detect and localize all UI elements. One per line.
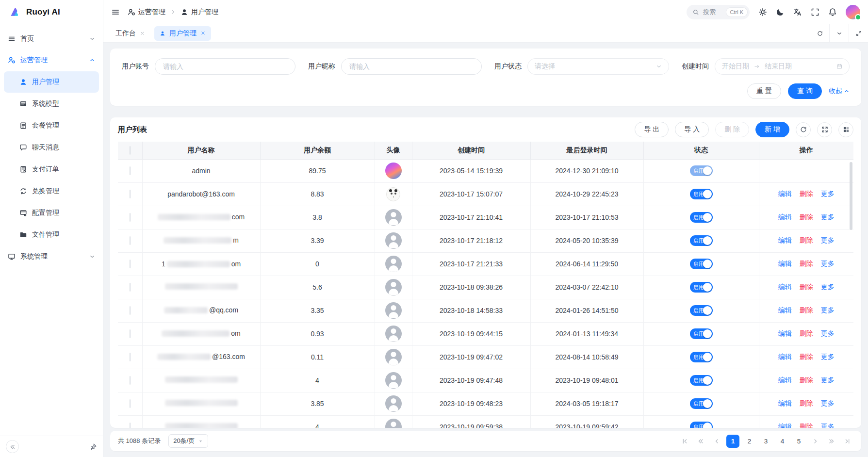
bell-button[interactable]: [828, 8, 837, 16]
edit-link[interactable]: 编辑: [778, 376, 792, 384]
sidebar-item-system-model[interactable]: 系统模型: [4, 93, 99, 114]
status-toggle[interactable]: 启用: [690, 328, 713, 339]
refresh-button[interactable]: [796, 122, 811, 137]
row-checkbox[interactable]: [130, 166, 131, 175]
sidebar-item-file-management[interactable]: 文件管理: [4, 224, 99, 245]
pagination-last-button[interactable]: [841, 435, 853, 447]
collapse-filter-link[interactable]: 收起: [829, 87, 850, 96]
edit-link[interactable]: 编辑: [778, 306, 792, 314]
toolbar-import-button[interactable]: 导 入: [675, 122, 709, 137]
fullscreen-button[interactable]: [811, 8, 819, 16]
row-checkbox[interactable]: [130, 260, 131, 268]
row-checkbox[interactable]: [130, 376, 131, 385]
status-toggle[interactable]: 启用: [690, 305, 713, 316]
row-checkbox[interactable]: [130, 399, 131, 408]
search-button[interactable]: 查 询: [788, 83, 822, 99]
select-all-checkbox[interactable]: [130, 146, 131, 155]
delete-link[interactable]: 删除: [800, 306, 813, 314]
sidebar-group-system-management[interactable]: 系统管理: [0, 246, 103, 267]
pagination-prev-double-button[interactable]: [694, 435, 707, 447]
delete-link[interactable]: 删除: [800, 399, 813, 407]
translate-button[interactable]: [793, 8, 802, 16]
sidebar-toggle-button[interactable]: [111, 8, 120, 16]
row-checkbox[interactable]: [130, 423, 131, 428]
more-link[interactable]: 更多: [821, 283, 835, 291]
edit-link[interactable]: 编辑: [778, 190, 792, 197]
pagination-next-double-button[interactable]: [825, 435, 837, 447]
toolbar-export-button[interactable]: 导 出: [635, 122, 669, 137]
sidebar-collapse-button[interactable]: [6, 440, 19, 453]
sidebar-item-chat-messages[interactable]: 聊天消息: [4, 137, 99, 158]
row-checkbox[interactable]: [130, 236, 131, 245]
edit-link[interactable]: 编辑: [778, 283, 792, 291]
tab-workbench[interactable]: 工作台: [110, 26, 150, 41]
more-link[interactable]: 更多: [821, 399, 835, 407]
account-input[interactable]: [155, 58, 295, 75]
edit-link[interactable]: 编辑: [778, 423, 792, 428]
page-number[interactable]: 2: [743, 435, 756, 448]
close-icon[interactable]: [200, 31, 206, 36]
page-number[interactable]: 4: [776, 435, 789, 448]
delete-link[interactable]: 删除: [800, 260, 813, 267]
row-checkbox[interactable]: [130, 353, 131, 361]
close-icon[interactable]: [140, 31, 145, 36]
delete-link[interactable]: 删除: [800, 353, 813, 360]
reset-button[interactable]: 重 置: [747, 83, 781, 99]
delete-link[interactable]: 删除: [800, 329, 813, 337]
moon-button[interactable]: [776, 8, 785, 16]
more-link[interactable]: 更多: [821, 376, 835, 384]
pagination-first-button[interactable]: [678, 435, 691, 447]
more-link[interactable]: 更多: [821, 236, 835, 244]
status-toggle[interactable]: 启用: [690, 282, 713, 293]
edit-link[interactable]: 编辑: [778, 353, 792, 360]
status-toggle[interactable]: 启用: [690, 422, 713, 428]
grid-button[interactable]: [838, 122, 853, 137]
status-toggle[interactable]: 启用: [690, 235, 713, 246]
chevron-down-button[interactable]: [829, 24, 849, 42]
sidebar-item-user-management[interactable]: 用户管理: [4, 71, 99, 93]
breadcrumb-user-management[interactable]: 用户管理: [180, 8, 218, 16]
toolbar-add-button[interactable]: 新 增: [755, 122, 789, 137]
edit-link[interactable]: 编辑: [778, 399, 792, 407]
table-scrollbar[interactable]: [850, 162, 852, 230]
delete-link[interactable]: 删除: [800, 423, 813, 428]
more-link[interactable]: 更多: [821, 260, 835, 267]
status-toggle[interactable]: 启用: [690, 165, 713, 176]
delete-link[interactable]: 删除: [800, 283, 813, 291]
pin-button[interactable]: [89, 443, 97, 451]
edit-link[interactable]: 编辑: [778, 236, 792, 244]
sidebar-group-home[interactable]: 首页: [0, 28, 103, 49]
tab-user-management[interactable]: 用户管理: [154, 26, 211, 41]
breadcrumb-operations[interactable]: 运营管理: [128, 8, 165, 16]
sidebar-item-config-management[interactable]: 配置管理: [4, 202, 99, 224]
status-toggle[interactable]: 启用: [690, 398, 713, 409]
row-checkbox[interactable]: [130, 190, 131, 198]
status-toggle[interactable]: 启用: [690, 189, 713, 199]
edit-link[interactable]: 编辑: [778, 260, 792, 267]
status-toggle[interactable]: 启用: [690, 375, 713, 386]
delete-link[interactable]: 删除: [800, 213, 813, 221]
row-checkbox[interactable]: [130, 329, 131, 338]
row-checkbox[interactable]: [130, 283, 131, 292]
maximize-button[interactable]: [817, 122, 832, 137]
settings-button[interactable]: [758, 8, 767, 16]
refresh-button[interactable]: [810, 24, 829, 42]
edit-link[interactable]: 编辑: [778, 329, 792, 337]
pagination-next-button[interactable]: [809, 435, 821, 447]
sidebar-item-payment-orders[interactable]: 支付订单: [4, 159, 99, 180]
delete-link[interactable]: 删除: [800, 376, 813, 384]
edit-link[interactable]: 编辑: [778, 213, 792, 221]
status-toggle[interactable]: 启用: [690, 352, 713, 362]
more-link[interactable]: 更多: [821, 353, 835, 360]
sidebar-group-operations[interactable]: 运营管理: [0, 49, 103, 71]
page-number[interactable]: 3: [759, 435, 772, 448]
nickname-input[interactable]: [341, 58, 482, 75]
user-avatar-button[interactable]: [846, 5, 860, 19]
row-checkbox[interactable]: [130, 306, 131, 315]
status-toggle[interactable]: 启用: [690, 212, 713, 223]
toolbar-delete-button[interactable]: 删 除: [715, 122, 749, 137]
global-search[interactable]: 搜索 Ctrl K: [687, 5, 750, 19]
delete-link[interactable]: 删除: [800, 190, 813, 197]
date-range-input[interactable]: 开始日期结束日期: [715, 58, 850, 75]
expand-button[interactable]: [849, 24, 868, 42]
